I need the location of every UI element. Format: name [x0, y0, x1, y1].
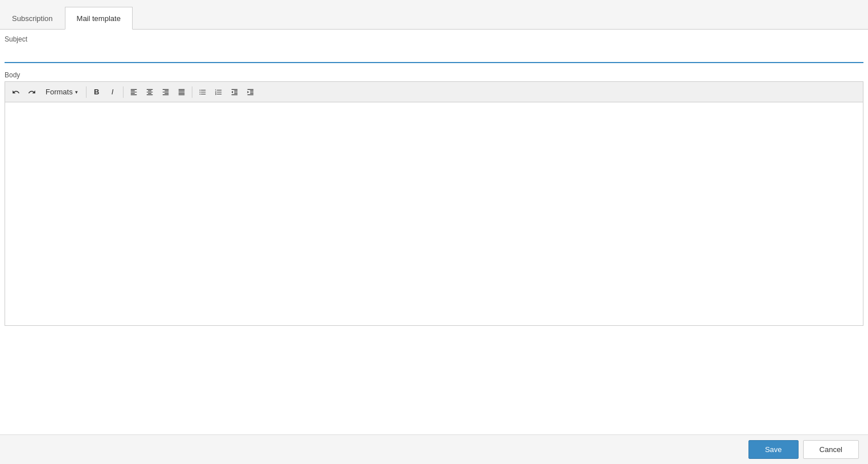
main-container: Subscription Mail template Subject Body	[0, 0, 868, 464]
italic-button[interactable]: I	[105, 85, 120, 100]
align-center-button[interactable]	[142, 85, 157, 100]
unordered-list-icon	[199, 88, 207, 96]
align-left-icon	[130, 88, 138, 96]
formats-arrow: ▾	[75, 89, 78, 95]
formats-button[interactable]: Formats ▾	[40, 85, 83, 100]
save-button[interactable]: Save	[748, 440, 799, 459]
subject-label: Subject	[5, 35, 863, 43]
cancel-button[interactable]: Cancel	[803, 440, 859, 459]
ordered-list-button[interactable]	[211, 85, 226, 100]
body-section: Body	[5, 71, 863, 458]
tab-subscription[interactable]: Subscription	[0, 7, 65, 30]
tabs-bar: Subscription Mail template	[0, 0, 868, 30]
subject-input[interactable]	[5, 45, 863, 63]
redo-icon	[28, 88, 36, 96]
editor-body[interactable]	[5, 102, 863, 325]
formats-label: Formats	[46, 88, 73, 96]
decrease-indent-button[interactable]	[227, 85, 242, 100]
undo-icon	[12, 88, 20, 96]
tab-subscription-label: Subscription	[12, 14, 53, 23]
subject-field-container: Subject	[5, 35, 863, 63]
increase-indent-icon	[246, 88, 254, 96]
toolbar-sep-1	[86, 86, 87, 98]
form-content: Subject Body	[0, 30, 868, 464]
justify-icon	[178, 88, 186, 96]
save-label: Save	[765, 445, 782, 454]
ordered-list-icon	[215, 88, 223, 96]
editor-container: Formats ▾ B I	[5, 81, 863, 326]
align-left-button[interactable]	[126, 85, 141, 100]
unordered-list-button[interactable]	[195, 85, 210, 100]
toolbar-sep-2	[123, 86, 124, 98]
decrease-indent-icon	[231, 88, 238, 96]
justify-button[interactable]	[174, 85, 189, 100]
tab-mail-template-label: Mail template	[77, 14, 121, 23]
tab-mail-template[interactable]: Mail template	[65, 7, 133, 30]
toolbar-sep-3	[192, 86, 192, 98]
align-center-icon	[146, 88, 154, 96]
align-right-icon	[162, 88, 170, 96]
redo-button[interactable]	[24, 85, 39, 100]
cancel-label: Cancel	[820, 445, 842, 454]
bold-icon: B	[94, 88, 99, 96]
align-right-button[interactable]	[158, 85, 173, 100]
editor-toolbar: Formats ▾ B I	[5, 82, 863, 102]
undo-button[interactable]	[9, 85, 23, 100]
bottom-action-bar: Save Cancel	[0, 434, 868, 464]
body-label: Body	[5, 71, 863, 79]
italic-icon: I	[112, 88, 114, 96]
increase-indent-button[interactable]	[243, 85, 258, 100]
bold-button[interactable]: B	[89, 85, 104, 100]
